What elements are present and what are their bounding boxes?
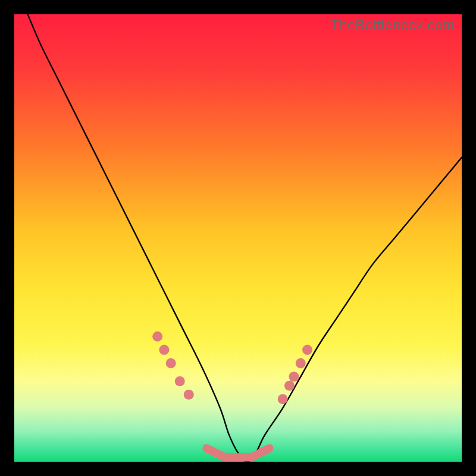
- plot-area: TheBottleneck.com: [14, 14, 462, 462]
- curve-marker: [166, 358, 176, 368]
- chart-frame: TheBottleneck.com: [14, 14, 462, 462]
- curve-marker: [289, 372, 299, 382]
- curve-marker: [184, 390, 194, 400]
- watermark-text: TheBottleneck.com: [330, 17, 455, 33]
- side-markers: [152, 331, 312, 404]
- curve-marker: [159, 345, 169, 355]
- curve-marker: [152, 331, 162, 342]
- curve-marker: [296, 358, 306, 368]
- curve-marker: [302, 345, 312, 355]
- chart-svg: [14, 14, 462, 462]
- curve-marker: [175, 376, 185, 386]
- curve-marker: [278, 394, 288, 404]
- bottleneck-curve: [28, 14, 462, 462]
- curve-marker: [284, 381, 295, 391]
